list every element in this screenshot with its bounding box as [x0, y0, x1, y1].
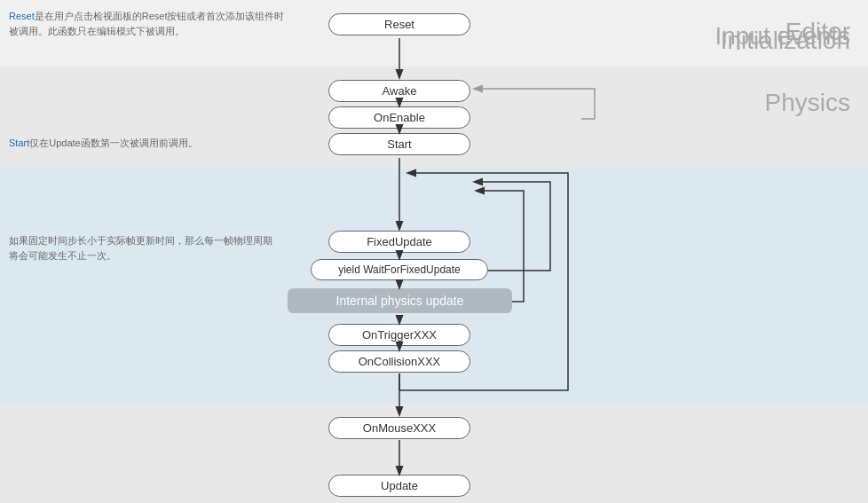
physics-label: Physics [765, 89, 850, 117]
node-reset: Reset [328, 13, 470, 35]
annotation-reset: Reset是在用户点击检视面板的Reset按钮或者首次添加该组件时被调用。此函数… [9, 9, 285, 38]
node-waitforfixed: yield WaitForFixedUpdate [311, 259, 488, 280]
node-fixedupdate: FixedUpdate [328, 231, 470, 253]
node-ontrigger: OnTriggerXXX [328, 324, 470, 346]
node-onmouse: OnMouseXXX [328, 417, 470, 439]
annotation-physics: 如果固定时间步长小于实际帧更新时间，那么每一帧物理周期将会可能发生不止一次。 [9, 233, 272, 263]
node-onenable: OnEnable [328, 106, 470, 129]
node-oncollision: OnCollisionXXX [328, 350, 470, 373]
input-label: Input events [714, 22, 850, 51]
node-start: Start [328, 133, 470, 155]
node-internal: Internal physics update [288, 288, 512, 313]
annotation-start: Start仅在Update函数第一次被调用前调用。 [9, 136, 198, 151]
node-update: Update [328, 475, 470, 497]
node-awake: Awake [328, 80, 470, 102]
